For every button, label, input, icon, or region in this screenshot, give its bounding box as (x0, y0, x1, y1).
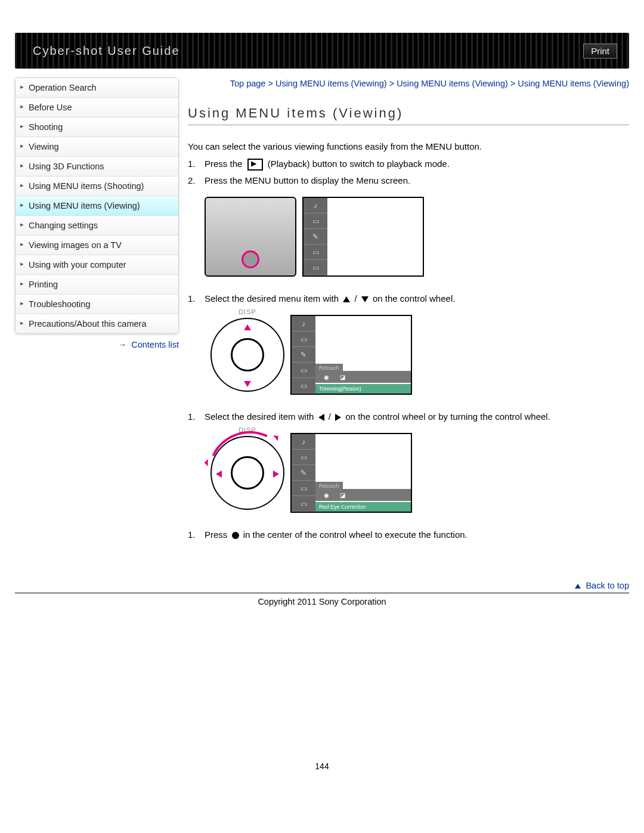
guide-title: Cyber-shot User Guide (33, 44, 180, 58)
nav-viewing[interactable]: Viewing (16, 137, 178, 156)
step-4: Select the desired item with / on the co… (188, 410, 629, 424)
crumb-1[interactable]: Using MENU items (Viewing) (275, 79, 387, 88)
back-to-top-wrap: Back to top (0, 580, 629, 590)
divider (15, 593, 629, 593)
playback-icon (247, 159, 263, 171)
contents-list-link-wrap: → Contents list (15, 340, 179, 349)
page-title: Using MENU items (Viewing) (188, 106, 629, 125)
illustration-wheel-updown: DISP ♪▭✎▭▭ Retouch ◉◪ Trimming(Resize) (205, 315, 629, 395)
up-triangle-icon (575, 584, 581, 589)
print-button[interactable]: Print (583, 44, 617, 58)
step-3-a: Select the desired menu item with (205, 293, 341, 304)
arrow-right-icon: → (118, 340, 127, 349)
breadcrumb: Top page > Using MENU items (Viewing) > … (188, 78, 629, 91)
nav-viewing-tv[interactable]: Viewing images on a TV (16, 235, 178, 255)
nav-precautions[interactable]: Precautions/About this camera (16, 314, 178, 333)
crumb-sep: > (510, 79, 518, 88)
step-3-b: on the control wheel. (373, 293, 455, 304)
main-content: Top page > Using MENU items (Viewing) > … (188, 78, 629, 544)
nav-printing[interactable]: Printing (16, 274, 178, 294)
redeye-label: Red Eye Correction (315, 502, 411, 512)
illustration-camera-menu: ♪▭✎▭▭ (205, 197, 629, 277)
center-button-icon (232, 532, 239, 539)
menu-screen-icon: ♪▭✎▭▭ (302, 197, 424, 277)
nav-troubleshooting[interactable]: Troubleshooting (16, 294, 178, 314)
header-bar: Cyber-shot User Guide Print (15, 33, 629, 69)
back-to-top-link[interactable]: Back to top (586, 581, 629, 590)
nav-shooting[interactable]: Shooting (16, 117, 178, 137)
nav-operation-search[interactable]: Operation Search (16, 78, 178, 97)
step-5-b: in the center of the control wheel to ex… (243, 529, 467, 540)
control-wheel-icon: DISP (210, 318, 284, 392)
nav-menu-shooting[interactable]: Using MENU items (Shooting) (16, 176, 178, 196)
nav-changing-settings[interactable]: Changing settings (16, 215, 178, 235)
menu-screen-redeye-icon: ♪▭✎▭▭ Retouch ◉◪ Red Eye Correction (290, 433, 412, 513)
step-4-a: Select the desired item with (205, 411, 317, 422)
crumb-top-page[interactable]: Top page (230, 79, 266, 88)
page-number: 144 (0, 761, 644, 771)
nav-menu-viewing[interactable]: Using MENU items (Viewing) (16, 196, 178, 215)
up-arrow-icon (343, 296, 350, 302)
nav-computer[interactable]: Using with your computer (16, 255, 178, 274)
step-1-b: (Playback) button to switch to playback … (268, 159, 450, 169)
sidebar: Operation Search Before Use Shooting Vie… (15, 78, 179, 544)
step-4-b: on the control wheel or by turning the c… (345, 411, 550, 422)
nav-before-use[interactable]: Before Use (16, 97, 178, 117)
copyright: Copyright 2011 Sony Corporation (0, 597, 644, 606)
nav-3d-functions[interactable]: Using 3D Functions (16, 156, 178, 176)
crumb-sep: > (268, 79, 275, 88)
crumb-sep: > (389, 79, 397, 88)
intro-text: You can select the various viewing funct… (188, 140, 629, 154)
sidebar-nav: Operation Search Before Use Shooting Vie… (15, 78, 179, 334)
down-arrow-icon (361, 296, 369, 302)
trimming-label: Trimming(Resize) (315, 384, 411, 394)
step-3: Select the desired menu item with / on t… (188, 292, 629, 306)
contents-list-link[interactable]: Contents list (131, 340, 179, 349)
step-1-a: Press the (205, 159, 245, 169)
control-wheel-icon: DISP (210, 436, 284, 510)
crumb-3[interactable]: Using MENU items (Viewing) (518, 79, 629, 88)
rotate-arc-icon (196, 420, 303, 527)
step-5: Press in the center of the control wheel… (188, 528, 629, 542)
camera-back-icon (205, 197, 296, 277)
left-arrow-icon (318, 414, 324, 421)
menu-screen-retouch-icon: ♪▭✎▭▭ Retouch ◉◪ Trimming(Resize) (290, 315, 412, 395)
crumb-2[interactable]: Using MENU items (Viewing) (397, 79, 508, 88)
disp-label: DISP (239, 308, 256, 315)
menu-button-highlight-icon (242, 250, 259, 268)
right-arrow-icon (335, 414, 341, 421)
step-5-a: Press (205, 529, 230, 540)
step-2: Press the MENU button to display the Men… (188, 174, 629, 188)
step-1: Press the (Playback) button to switch to… (188, 157, 629, 171)
illustration-wheel-leftright: DISP ♪▭✎▭▭ Retouch ◉◪ Red Eye Correction (205, 433, 629, 513)
